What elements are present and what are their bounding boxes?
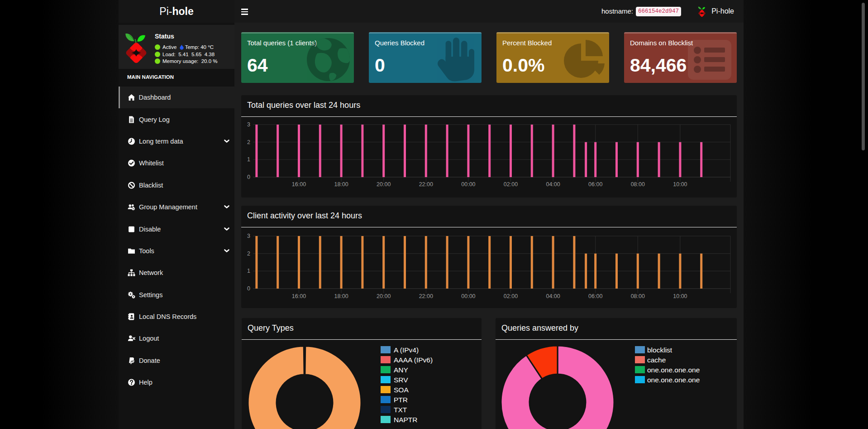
svg-text:20:00: 20:00	[377, 181, 391, 188]
svg-text:22:00: 22:00	[419, 181, 433, 188]
svg-text:1: 1	[247, 156, 250, 163]
svg-text:18:00: 18:00	[334, 293, 348, 299]
svg-text:one.one.one.one: one.one.one.one	[647, 376, 700, 384]
svg-text:20:00: 20:00	[377, 293, 391, 299]
svg-text:06:00: 06:00	[588, 293, 602, 299]
svg-text:0: 0	[247, 285, 250, 292]
svg-text:04:00: 04:00	[546, 181, 560, 188]
svg-text:3: 3	[247, 121, 250, 128]
svg-text:SRV: SRV	[394, 376, 408, 384]
svg-text:one.one.one.one: one.one.one.one	[647, 366, 700, 374]
svg-text:08:00: 08:00	[631, 181, 645, 188]
svg-text:0: 0	[247, 174, 250, 180]
svg-text:2: 2	[247, 139, 250, 145]
svg-text:blocklist: blocklist	[647, 346, 672, 354]
svg-text:2: 2	[247, 251, 250, 257]
svg-text:08:00: 08:00	[631, 293, 645, 299]
svg-text:22:00: 22:00	[419, 293, 433, 299]
svg-text:02:00: 02:00	[504, 293, 518, 299]
svg-text:AAAA (IPv6): AAAA (IPv6)	[394, 356, 433, 364]
svg-text:00:00: 00:00	[461, 181, 475, 188]
svg-text:06:00: 06:00	[588, 181, 602, 188]
svg-text:16:00: 16:00	[292, 181, 306, 188]
svg-text:A (IPv4): A (IPv4)	[394, 346, 419, 354]
svg-text:TXT: TXT	[394, 406, 407, 414]
svg-text:1: 1	[247, 268, 250, 274]
svg-text:16:00: 16:00	[292, 293, 306, 299]
svg-text:18:00: 18:00	[334, 181, 348, 188]
svg-text:PTR: PTR	[394, 396, 408, 404]
svg-text:ANY: ANY	[394, 366, 408, 374]
svg-text:10:00: 10:00	[673, 293, 687, 299]
svg-text:cache: cache	[647, 356, 666, 364]
svg-text:02:00: 02:00	[504, 181, 518, 188]
svg-text:00:00: 00:00	[461, 293, 475, 299]
svg-text:10:00: 10:00	[673, 181, 687, 188]
svg-text:NAPTR: NAPTR	[394, 416, 418, 424]
svg-text:SOA: SOA	[394, 386, 409, 394]
svg-text:04:00: 04:00	[546, 293, 560, 299]
svg-text:3: 3	[247, 233, 250, 239]
